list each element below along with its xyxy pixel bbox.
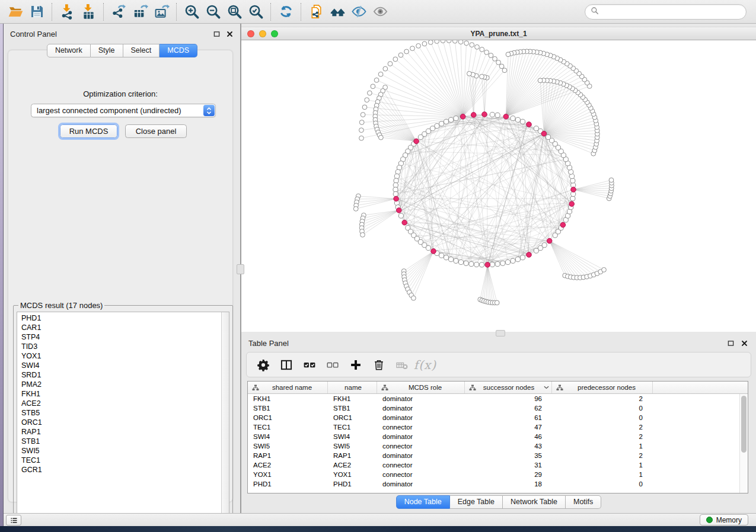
control-panel-title: Control Panel [10,30,57,39]
mcds-result-item[interactable]: YOX1 [17,351,221,361]
search-input[interactable] [599,6,746,18]
cell-successors: 35 [465,452,552,459]
table-scrollbar[interactable] [739,394,748,493]
close-table-panel-icon[interactable] [739,339,749,347]
cell-shared_name: SWI4 [248,433,328,440]
import-network-from-file-icon[interactable] [56,2,78,22]
mcds-result-item[interactable]: FKH1 [17,389,221,399]
mcds-result-item[interactable]: SRD1 [17,370,221,380]
node-table: shared namenameMCDS rolesuccessor nodesp… [247,381,748,493]
tab-style[interactable]: Style [91,44,123,57]
float-panel-icon[interactable] [212,30,221,38]
zoom-selected-icon[interactable] [245,2,266,22]
cell-shared_name: SWI5 [248,443,328,450]
attribute-tree-icon [556,384,563,391]
table-row[interactable]: SWI4SWI4dominator462 [248,432,739,441]
cell-predecessors: 1 [552,462,653,469]
table-toolbar: f(x) [246,352,751,377]
cell-name: RAP1 [328,452,377,459]
tab-select[interactable]: Select [123,44,160,57]
create-new-column-icon[interactable] [349,358,363,372]
delete-table-icon [395,358,409,372]
cell-shared_name: ORC1 [248,414,328,421]
table-row[interactable]: YOX1YOX1connector291 [248,470,739,479]
mcds-result-item[interactable]: TID3 [17,342,221,351]
hide-selected-icon[interactable] [348,2,369,22]
close-panel-icon[interactable] [225,30,234,38]
tab-network-table[interactable]: Network Table [503,495,566,509]
column-header-shared_name[interactable]: shared name [248,382,328,393]
tab-network[interactable]: Network [47,44,91,57]
delete-columns-icon[interactable] [372,358,386,372]
zoom-out-icon[interactable] [202,2,224,22]
mcds-result-item[interactable]: STB1 [17,437,221,446]
export-network-icon[interactable] [108,2,129,22]
table-panel-tabs: Node TableEdge TableNetwork TableMotifs [241,495,756,509]
cell-shared_name: FKH1 [248,395,328,402]
column-header-successors[interactable]: successor nodes [465,382,552,393]
run-mcds-button[interactable]: Run MCDS [60,124,117,138]
export-image-icon[interactable] [151,2,172,22]
show-columns-icon[interactable] [279,358,294,372]
mcds-list-scrollbar[interactable] [221,312,229,519]
refresh-view-icon[interactable] [275,2,296,22]
float-table-panel-icon[interactable] [726,339,735,347]
mcds-result-item[interactable]: ACE2 [17,399,221,408]
mcds-result-item[interactable]: GCR1 [17,465,221,475]
tab-mcds[interactable]: MCDS [160,44,197,57]
table-row[interactable]: ORC1ORC1dominator610 [248,413,739,422]
mcds-result-item[interactable]: PMA2 [17,380,221,389]
task-history-button[interactable] [6,515,21,525]
cell-predecessors: 0 [552,414,653,421]
tab-node-table[interactable]: Node Table [396,495,450,509]
table-row[interactable]: STB1STB1dominator620 [248,403,739,413]
mcds-result-item[interactable]: STB5 [17,408,221,418]
mcds-result-item[interactable]: SWI4 [17,361,221,370]
close-mcds-panel-button[interactable]: Close panel [125,124,187,138]
mcds-result-item[interactable]: ORC1 [17,418,221,427]
export-table-icon[interactable] [129,2,151,22]
sort-chevron-icon [541,386,549,389]
memory-button[interactable]: Memory [700,514,748,525]
cell-role: connector [377,462,465,469]
mcds-result-item[interactable]: RAP1 [17,427,221,437]
mcds-result-item[interactable]: STP4 [17,332,221,342]
mcds-result-item[interactable]: CAR1 [17,323,221,332]
zoom-in-icon[interactable] [181,2,202,22]
horizontal-splitter-grip[interactable] [496,330,505,336]
control-panel: Control Panel Optimization criterion: la… [4,24,240,513]
mcds-result-item[interactable]: SWI5 [17,446,221,456]
table-options-gear-icon[interactable] [256,358,270,372]
new-network-from-selection-icon[interactable] [305,2,327,22]
cell-name: SWI4 [328,433,377,440]
save-session-icon[interactable] [26,2,47,22]
table-row[interactable]: RAP1RAP1dominator352 [248,451,739,460]
vertical-splitter-grip[interactable] [237,264,244,274]
mcds-result-item[interactable]: PHD1 [17,313,221,323]
cell-successors: 29 [465,471,552,478]
table-scrollbar-thumb[interactable] [741,396,747,453]
table-row[interactable]: FKH1FKH1dominator962 [248,394,739,403]
import-table-from-file-icon[interactable] [78,2,99,22]
toolbar-separator [270,3,271,21]
deselect-all-checkbox-icon[interactable] [326,358,340,372]
search-box [585,4,747,20]
network-graph-canvas[interactable] [241,40,756,332]
first-neighbors-icon[interactable] [327,2,348,22]
table-row[interactable]: TEC1TEC1connector472 [248,422,739,432]
tab-edge-table[interactable]: Edge Table [450,495,503,509]
select-all-checkbox-icon[interactable] [302,358,317,372]
open-session-icon[interactable] [5,2,26,22]
cell-predecessors: 2 [552,452,653,459]
tab-motifs[interactable]: Motifs [566,495,601,509]
zoom-fit-content-icon[interactable] [224,2,245,22]
column-header-predecessors[interactable]: predecessor nodes [552,382,653,393]
column-header-name[interactable]: name [328,382,377,393]
table-row[interactable]: SWI5SWI5connector431 [248,441,739,451]
optimization-criterion-select[interactable]: largest connected component (undirected) [31,104,216,117]
table-row[interactable]: ACE2ACE2connector311 [248,460,739,470]
table-row[interactable]: PHD1PHD1dominator180 [248,479,739,489]
network-title: YPA_prune.txt_1 [241,30,756,38]
mcds-result-item[interactable]: TEC1 [17,456,221,465]
column-header-role[interactable]: MCDS role [377,382,465,393]
